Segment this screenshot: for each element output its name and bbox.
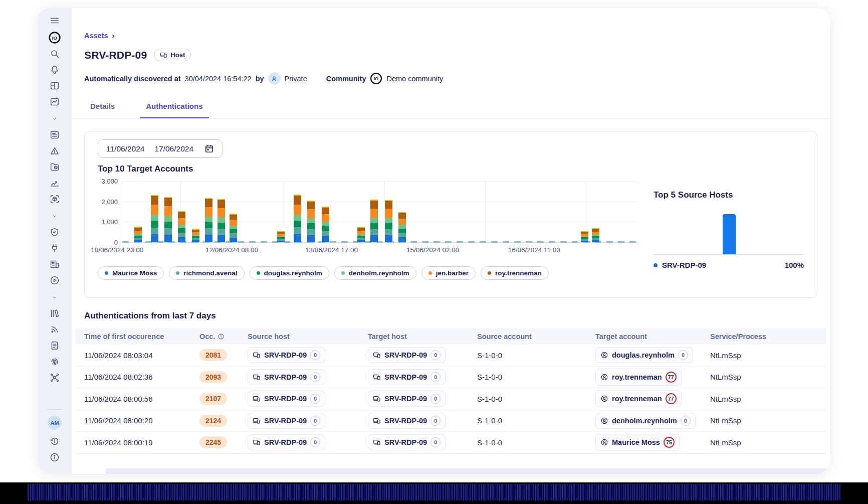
shield-check-icon[interactable] bbox=[49, 227, 60, 238]
private-user-icon[interactable] bbox=[268, 72, 281, 85]
stacked-bar[interactable] bbox=[164, 197, 172, 242]
account-chip[interactable]: douglas.reynholm0 bbox=[595, 347, 693, 363]
host-chip[interactable]: SRV-RDP-090 bbox=[248, 413, 325, 429]
user-circle-icon bbox=[600, 438, 608, 446]
building-icon[interactable] bbox=[49, 259, 60, 270]
table-header-row: Time of first occurenceOcc.Source hostTa… bbox=[76, 328, 826, 345]
column-header: Time of first occurence bbox=[76, 332, 199, 341]
chart-square-icon[interactable] bbox=[49, 96, 60, 107]
breadcrumb-assets-link[interactable]: Assets bbox=[84, 32, 108, 40]
host-chip[interactable]: SRV-RDP-090 bbox=[368, 369, 446, 385]
host-chip[interactable]: SRV-RDP-090 bbox=[368, 391, 446, 407]
host-chip[interactable]: SRV-RDP-090 bbox=[248, 391, 325, 407]
legend-chip[interactable]: Maurice Moss bbox=[98, 266, 164, 280]
stacked-bar[interactable] bbox=[277, 231, 285, 242]
host-chip[interactable]: SRV-RDP-090 bbox=[368, 434, 446, 450]
occurrence-cell: 2107 bbox=[199, 393, 248, 405]
account-chip[interactable]: roy.trenneman77 bbox=[595, 390, 682, 407]
search-icon[interactable] bbox=[49, 48, 60, 59]
chevron-down-icon[interactable] bbox=[49, 294, 60, 301]
bar-segment bbox=[134, 240, 142, 242]
legend-chip[interactable]: denholm.reynholm bbox=[334, 266, 416, 280]
authentications-table: Time of first occurenceOcc.Source hostTa… bbox=[76, 328, 826, 454]
rss-icon[interactable] bbox=[49, 324, 60, 335]
stacked-bar[interactable] bbox=[205, 198, 212, 242]
library-icon[interactable] bbox=[49, 308, 60, 319]
bell-icon[interactable] bbox=[49, 64, 60, 75]
legend-chip[interactable]: douglas.reynholm bbox=[250, 266, 329, 280]
svg-text:IO: IO bbox=[374, 76, 378, 81]
chart-stats-icon[interactable] bbox=[49, 178, 60, 189]
fingerprint-icon[interactable] bbox=[49, 356, 60, 367]
legend-chip[interactable]: richmond.avenal bbox=[169, 266, 244, 280]
host-chip[interactable]: SRV-RDP-090 bbox=[368, 347, 446, 363]
stacked-bar[interactable] bbox=[385, 200, 392, 242]
host-chip[interactable]: SRV-RDP-090 bbox=[248, 347, 325, 363]
target-host-cell: SRV-RDP-090 bbox=[368, 391, 477, 407]
legend-chip[interactable]: jen.barber bbox=[421, 266, 476, 280]
source-host-bar[interactable] bbox=[723, 214, 736, 254]
stacked-bar[interactable] bbox=[370, 200, 378, 242]
stacked-bar[interactable] bbox=[398, 212, 406, 242]
tab-authentications[interactable]: Authentications bbox=[140, 100, 208, 118]
cube-scan-icon[interactable] bbox=[49, 194, 60, 205]
warning-triangle-icon[interactable] bbox=[49, 145, 60, 156]
info-icon[interactable] bbox=[218, 333, 225, 340]
svg-text:IO: IO bbox=[52, 35, 58, 41]
folder-clock-icon[interactable] bbox=[49, 161, 60, 173]
source-host-cell: SRV-RDP-090 bbox=[248, 347, 368, 363]
visibility-value: Private bbox=[285, 75, 307, 83]
stacked-bar[interactable] bbox=[322, 207, 329, 242]
bar-segment bbox=[294, 234, 301, 242]
bar-segment bbox=[151, 205, 158, 215]
chevron-down-icon[interactable] bbox=[49, 115, 60, 122]
date-range-end[interactable]: 17/06/2024 bbox=[154, 144, 193, 153]
horizontal-scrollbar[interactable] bbox=[106, 468, 830, 474]
stacked-bar[interactable] bbox=[192, 229, 199, 242]
info-circle-icon[interactable] bbox=[49, 452, 60, 463]
menu-icon[interactable] bbox=[49, 15, 60, 26]
chevron-down-icon[interactable] bbox=[49, 213, 60, 220]
account-chip[interactable]: Maurice Moss75 bbox=[595, 434, 680, 451]
table-row[interactable]: 11/06/2024 08:00:192245SRV-RDP-090SRV-RD… bbox=[76, 432, 826, 454]
calendar-icon[interactable] bbox=[204, 144, 214, 153]
stacked-bar[interactable] bbox=[151, 195, 158, 242]
plug-icon[interactable] bbox=[49, 243, 60, 254]
community-logo-icon: IO bbox=[370, 72, 382, 85]
user-avatar[interactable]: AM bbox=[48, 416, 62, 430]
stacked-bar[interactable] bbox=[294, 195, 301, 242]
host-chip[interactable]: SRV-RDP-090 bbox=[248, 434, 325, 450]
account-chip[interactable]: roy.trenneman77 bbox=[595, 369, 682, 386]
date-range-picker[interactable]: 11/06/2024 17/06/2024 bbox=[98, 139, 223, 158]
document-icon[interactable] bbox=[49, 340, 60, 351]
host-chip[interactable]: SRV-RDP-090 bbox=[248, 369, 325, 385]
host-chip-label: SRV-RDP-09 bbox=[264, 351, 307, 359]
stacked-bar[interactable] bbox=[230, 214, 237, 242]
stacked-bar[interactable] bbox=[134, 227, 142, 242]
bar-segment bbox=[230, 233, 237, 237]
date-range-start[interactable]: 11/06/2024 bbox=[106, 144, 144, 153]
time-cell: 11/06/2024 08:03:04 bbox=[76, 351, 199, 360]
history-icon[interactable] bbox=[49, 436, 60, 447]
account-chip[interactable]: denholm.reynholm0 bbox=[595, 413, 696, 429]
host-chip[interactable]: SRV-RDP-090 bbox=[368, 413, 446, 429]
network-hub-icon[interactable] bbox=[49, 372, 60, 383]
stacked-bar[interactable] bbox=[592, 228, 599, 242]
stacked-bar[interactable] bbox=[581, 231, 588, 242]
legend-dot bbox=[488, 271, 491, 275]
stacked-bar[interactable] bbox=[307, 201, 315, 242]
table-row[interactable]: 11/06/2024 08:00:202124SRV-RDP-090SRV-RD… bbox=[76, 410, 826, 432]
layout-icon[interactable] bbox=[49, 80, 60, 91]
table-row[interactable]: 11/06/2024 08:02:362093SRV-RDP-090SRV-RD… bbox=[76, 367, 826, 389]
stacked-bar[interactable] bbox=[357, 227, 365, 242]
stacked-bar[interactable] bbox=[218, 199, 225, 242]
play-circle-icon[interactable] bbox=[49, 275, 60, 286]
table-row[interactable]: 11/06/2024 08:03:042081SRV-RDP-090SRV-RD… bbox=[76, 345, 826, 367]
report-icon[interactable] bbox=[49, 129, 60, 140]
time-cell: 11/06/2024 08:00:56 bbox=[76, 395, 199, 403]
table-row[interactable]: 11/06/2024 08:00:562107SRV-RDP-090SRV-RD… bbox=[76, 388, 826, 410]
logo-icon[interactable]: IO bbox=[48, 31, 61, 44]
tab-details[interactable]: Details bbox=[84, 100, 121, 118]
stacked-bar[interactable] bbox=[178, 211, 185, 242]
legend-chip[interactable]: roy.trenneman bbox=[481, 266, 549, 280]
